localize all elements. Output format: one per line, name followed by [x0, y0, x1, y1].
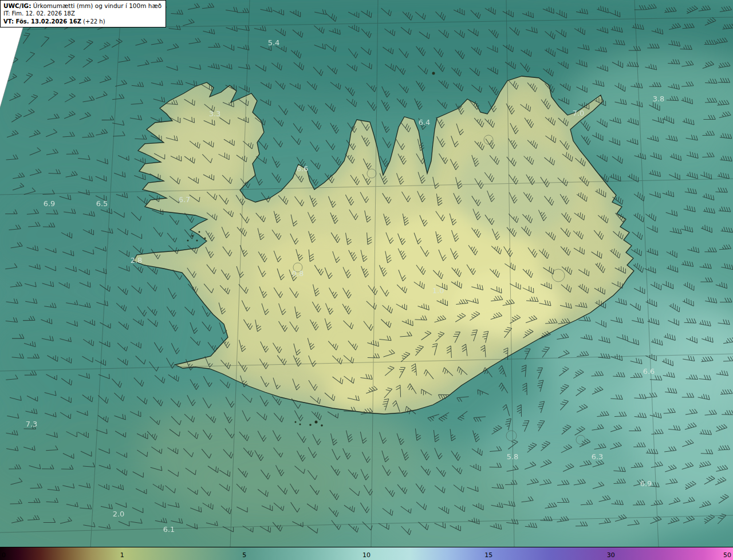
map-title: UWC/IG: Úrkomumætti (mm) og vindur í 100…	[3, 2, 161, 10]
circle-shape	[315, 421, 318, 424]
valid-time-main: VT: Fös. 13.02.2026 16Z	[3, 18, 81, 25]
circle-shape	[432, 72, 435, 75]
circle-shape	[204, 238, 206, 239]
map-value-label: 1.0	[432, 286, 444, 295]
colorbar-container: 01510153050	[0, 547, 733, 560]
init-time: IT: Fim. 12. 02. 2026 18Z	[3, 10, 161, 18]
colorbar-tick: 5	[242, 552, 246, 558]
valid-time: VT: Fös. 13.02.2026 16Z (+22 h)	[3, 18, 161, 26]
map-value-label: 6.7	[179, 195, 191, 204]
map-value-label: 6.6	[643, 367, 655, 376]
circle-shape	[196, 240, 198, 242]
map-value-label: 2.0	[113, 510, 125, 518]
colorbar-tick: 1	[120, 552, 124, 558]
ellipse-shape	[455, 140, 576, 238]
weather-map-canvas: 5.43.87.03.36.46.66.96.56.72.80.81.06.67…	[0, 0, 733, 547]
colorbar-tick: 0	[2, 552, 6, 558]
ellipse-shape	[452, 270, 561, 337]
map-value-label: 6.6	[297, 164, 309, 173]
map-value-label: 6.4	[419, 118, 431, 127]
title-text: Úrkomumætti (mm) og vindur í 100m hæð	[31, 2, 161, 9]
map-value-label: 6.1	[163, 525, 175, 534]
model-label: UWC/IG:	[3, 2, 31, 9]
ellipse-shape	[326, 368, 395, 411]
map-value-label: 0.8	[292, 269, 304, 278]
circle-shape	[187, 240, 189, 242]
map-value-label: 6.9	[44, 199, 56, 208]
map-value-label: 5.8	[507, 452, 519, 461]
colorbar-tick: 30	[607, 552, 615, 558]
title-box: UWC/IG: Úrkomumætti (mm) og vindur í 100…	[0, 0, 166, 27]
map-value-label: 7.0	[573, 109, 585, 117]
colorbar-tick: 10	[362, 552, 371, 558]
weather-map-page: 5.43.87.03.36.46.66.96.56.72.80.81.06.67…	[0, 0, 733, 560]
circle-shape	[299, 424, 301, 425]
circle-shape	[321, 424, 323, 427]
map-value-label: 6.5	[96, 199, 108, 208]
circle-shape	[295, 421, 297, 423]
map-value-label: 6.9	[640, 479, 652, 488]
map-value-label: 7.3	[26, 420, 38, 428]
colorbar-tick: 15	[484, 552, 492, 558]
valid-time-offset: (+22 h)	[81, 18, 105, 25]
map-value-label: 2.8	[131, 256, 143, 265]
map-value-label: 3.8	[653, 94, 665, 103]
circle-shape	[199, 231, 200, 233]
map-value-label: 5.4	[268, 38, 280, 47]
map-value-label: 6.3	[592, 452, 604, 461]
map-value-label: 3.3	[209, 109, 221, 118]
circle-shape	[309, 424, 312, 426]
ellipse-shape	[215, 288, 324, 359]
colorbar-tick: 50	[723, 552, 731, 558]
